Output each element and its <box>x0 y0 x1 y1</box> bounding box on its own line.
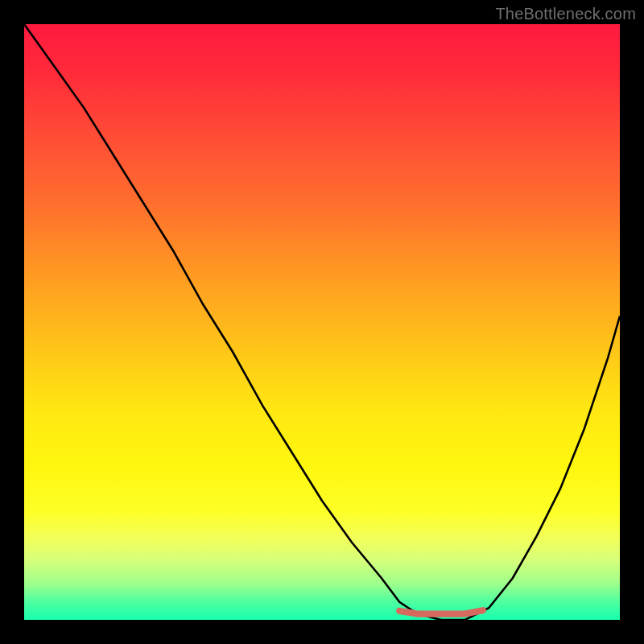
watermark-text: TheBottleneck.com <box>495 5 636 23</box>
bottleneck-curve <box>24 24 620 620</box>
optimal-band <box>399 610 483 613</box>
chart-svg <box>24 24 620 620</box>
chart-frame: TheBottleneck.com <box>0 0 644 644</box>
plot-area <box>24 24 620 620</box>
